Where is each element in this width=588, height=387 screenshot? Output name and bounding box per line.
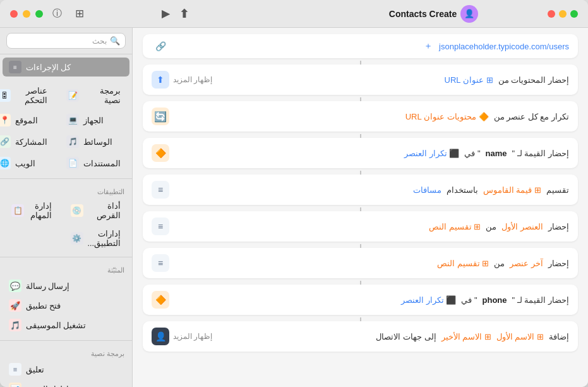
- divider-3: [0, 340, 132, 341]
- tag-dict-value[interactable]: ⊞ قيمة القاموس: [483, 185, 541, 195]
- keyword-name: name: [486, 149, 507, 158]
- get-name-icon: 🔶: [152, 144, 169, 162]
- show-more-1[interactable]: إظهار المزيد: [173, 75, 212, 84]
- location-icon: 📍: [0, 114, 11, 126]
- block-inner: إحضار القيمة لـ " phone " في ⬛ تكرار الع…: [169, 295, 569, 305]
- sidebar-item-taskmgr[interactable]: إدارة المهام 📋: [5, 198, 58, 223]
- sidebar-item-docs[interactable]: المستندات 📄: [60, 154, 127, 173]
- apps-two-col: أداة القرص 💿 إدارة المهام 📋 إدارات التطب…: [0, 197, 132, 252]
- info-button[interactable]: ⓘ: [48, 5, 66, 23]
- dot-r2[interactable]: [548, 10, 555, 18]
- sidebar-item-more[interactable]: إدارات التطبيق... ⚙️: [64, 226, 127, 251]
- sidebar-item-label: كل الإجراءات: [26, 63, 71, 72]
- avatar-icon: 👤: [460, 5, 478, 23]
- sidebar-scroll: كل الإجراءات ≡ برمجة نصية 📝 عناصر التحكم: [0, 54, 132, 387]
- text-in2: " في: [461, 295, 477, 305]
- block-left: 🔶: [152, 291, 169, 309]
- url-block: 🔗 ＋ jsonplaceholder.typicode.com/users: [143, 34, 578, 58]
- sidebar-item-open-app[interactable]: فتح تطبيق 🚀: [3, 296, 129, 315]
- text-get-val2: إحضار القيمة لـ ": [512, 295, 569, 305]
- search-bar: 🔍: [0, 28, 132, 54]
- send-msg-icon: 💬: [9, 280, 21, 292]
- sidebar: 🔍 كل الإجراءات ≡ برمجة نصية: [0, 28, 133, 387]
- get-phone-icon: 🔶: [152, 291, 169, 309]
- sidebar-label: إرسال رسالة: [26, 281, 69, 291]
- dot-g2[interactable]: [570, 10, 578, 18]
- contact-icon: 👤: [152, 328, 169, 345]
- comment-icon: ≡: [9, 363, 21, 376]
- plus-icon: ＋: [424, 40, 433, 52]
- text-from2: من: [486, 222, 496, 231]
- sidebar-item-sharing[interactable]: المشاركة 🔗: [0, 132, 54, 151]
- sidebar-item-send-msg[interactable]: إرسال رسالة 💬: [3, 276, 129, 295]
- search-wrapper[interactable]: 🔍: [6, 33, 126, 49]
- section-installed: المثبّتة إرسال رسالة 💬 فتح تطبيق 🚀 تشغيل…: [0, 260, 132, 338]
- tag-split-text2[interactable]: ⊞ تقسيم النص: [437, 259, 489, 268]
- tag-last[interactable]: آخر عنصر: [510, 259, 543, 268]
- share-button[interactable]: ⬆: [177, 6, 192, 22]
- block-left: ≡: [152, 218, 169, 235]
- tag-first[interactable]: العنصر الأول: [501, 222, 543, 231]
- sidebar-item-web[interactable]: الويب 🌐: [0, 154, 54, 173]
- text-in1: " في: [464, 149, 480, 158]
- minimize-dot[interactable]: [23, 10, 30, 18]
- section-title-installed: المثبّتة: [0, 262, 132, 276]
- result-icon: 📊: [9, 383, 21, 387]
- sidebar-item-location[interactable]: الموقع 📍: [0, 111, 54, 130]
- link-icon: 🔗: [155, 41, 166, 51]
- sidebar-item-scripting[interactable]: برمجة نصية 📝: [60, 83, 127, 108]
- sidebar-label: فتح تطبيق: [26, 301, 61, 310]
- add-button[interactable]: ⊞: [71, 5, 88, 23]
- text-add: إضافة: [549, 332, 569, 341]
- sidebar-item-device[interactable]: الجهاز 💻: [60, 111, 127, 130]
- block-inner: إحضار القيمة لـ " name " في ⬛ تكرار العن…: [169, 149, 569, 158]
- more-icon: ⚙️: [71, 232, 83, 245]
- sidebar-label: إظهار النتيجة: [26, 384, 69, 388]
- sidebar-item-disk[interactable]: أداة القرص 💿: [64, 198, 127, 223]
- sidebar-item-ui-elements[interactable]: عناصر التحكم 🎛: [0, 83, 54, 108]
- first-icon: ≡: [152, 218, 169, 235]
- sidebar-item-show-result[interactable]: إظهار النتيجة 📊: [3, 379, 129, 387]
- tag-url-contents[interactable]: 🔶 محتويات عنوان URL: [405, 112, 489, 121]
- tag-first-name[interactable]: ⊞ الاسم الأول: [496, 332, 544, 341]
- block-inner: تقسيم ⊞ قيمة القاموس باستخدام مسافات: [169, 185, 569, 195]
- open-app-icon: 🚀: [9, 299, 21, 312]
- text-from: إحضار المحتويات من: [498, 75, 569, 85]
- tag-repeat-item2[interactable]: ⬛ تكرار العنصر: [401, 295, 456, 305]
- text-using: باستخدام: [447, 185, 478, 195]
- block-left: ≡: [152, 181, 169, 199]
- text-from3: من: [494, 259, 505, 268]
- tag-split-text1[interactable]: ⊞ تقسيم النص: [429, 222, 481, 231]
- show-more-2[interactable]: إظهار المزيد: [173, 332, 212, 341]
- sidebar-label: إدارة المهام: [28, 201, 52, 220]
- tag-url[interactable]: ⊞ عنوان URL: [445, 75, 493, 85]
- sidebar-item-all-actions[interactable]: كل الإجراءات ≡: [3, 58, 129, 77]
- title-bar-right: [548, 10, 578, 18]
- close-dot[interactable]: [10, 10, 18, 18]
- dot-y2[interactable]: [559, 10, 567, 18]
- sidebar-label: الجهاز: [83, 116, 104, 125]
- device-icon: 💻: [66, 114, 79, 126]
- sidebar-label: أداة القرص: [88, 201, 121, 220]
- section-scripting: برمجة نصية تعليق ≡ إظهار النتيجة 📊 إظهار…: [0, 343, 132, 387]
- tag-repeat-item1[interactable]: ⬛ تكرار العنصر: [404, 149, 459, 158]
- block-get-name: إحضار القيمة لـ " name " في ⬛ تكرار العن…: [143, 138, 578, 168]
- search-input[interactable]: [12, 37, 107, 46]
- sidebar-item-media[interactable]: الوسائط 🎵: [60, 132, 127, 151]
- maximize-dot[interactable]: [35, 10, 43, 18]
- section-apps: التطبيقات أداة القرص 💿 إدارة المهام 📋 إد…: [0, 181, 132, 254]
- sidebar-item-play-music[interactable]: تشغيل الموسيقى 🎵: [3, 316, 129, 335]
- block-inner: إحضار المحتويات من ⊞ عنوان URL: [212, 75, 569, 85]
- url-text[interactable]: jsonplaceholder.typicode.com/users: [439, 42, 569, 51]
- play-button[interactable]: ▶: [158, 6, 173, 22]
- all-actions-icon: ≡: [9, 61, 21, 73]
- tag-last-name[interactable]: ⊞ الاسم الأخير: [441, 332, 491, 341]
- split-icon: ≡: [152, 181, 169, 199]
- block-left: 🔄: [152, 108, 169, 125]
- get-contents-icon: ⬆: [152, 71, 169, 89]
- sidebar-label: تعليق: [26, 365, 44, 374]
- text-get-val1: إحضار القيمة لـ ": [512, 149, 569, 158]
- sidebar-item-comment[interactable]: تعليق ≡: [3, 360, 129, 379]
- search-icon: 🔍: [110, 36, 120, 46]
- tag-spaces[interactable]: مسافات: [413, 185, 441, 195]
